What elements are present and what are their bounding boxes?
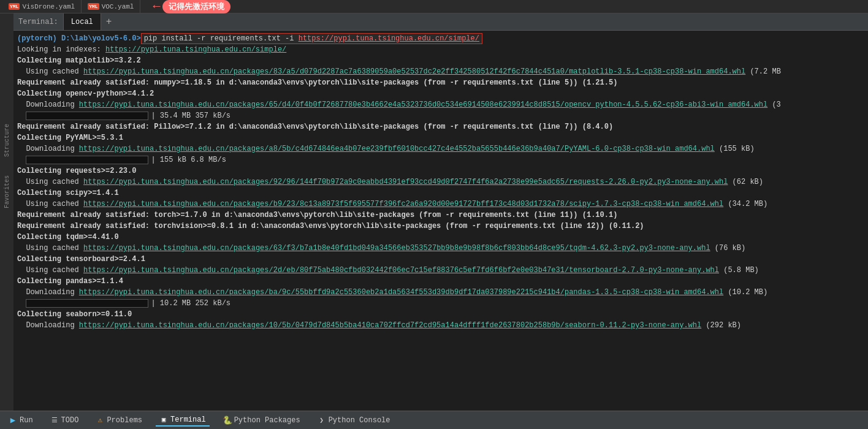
terminal-line: Collecting matplotlib>=3.2.2	[17, 55, 864, 66]
terminal-line: Requirement already satisfied: torchvisi…	[17, 221, 864, 232]
indent-prefix: Downloading	[17, 145, 79, 153]
problems-button[interactable]: ⚠ Problems	[92, 415, 146, 426]
plain-line: Collecting scipy>=1.4.1	[17, 189, 119, 197]
plain-line: Collecting matplotlib>=3.2.2	[17, 56, 141, 65]
terminal-tab-local[interactable]: Local	[63, 13, 101, 30]
todo-icon: ☰	[50, 416, 59, 425]
terminal-line: Collecting scipy>=1.4.1	[17, 188, 864, 199]
plain-line: Requirement already satisfied: Pillow>=7…	[17, 123, 613, 131]
terminal-line: Requirement already satisfied: Pillow>=7…	[17, 121, 864, 132]
annotation-bubble: 记得先激活环境	[162, 0, 230, 13]
indent-prefix: Downloading	[17, 288, 79, 297]
todo-button[interactable]: ☰ TODO	[47, 415, 83, 426]
side-favorites-label[interactable]: Favorites	[4, 175, 10, 208]
run-button[interactable]: ▶ Run	[5, 415, 37, 426]
terminal-line: Downloading https://pypi.tuna.tsinghua.e…	[17, 287, 864, 298]
line-text: Looking in indexes:	[17, 45, 105, 54]
indent-suffix: (62 kB)	[728, 178, 763, 186]
package-link[interactable]: https://pypi.tuna.tsinghua.edu.cn/packag…	[83, 266, 719, 275]
python-packages-icon: 🐍	[223, 416, 232, 425]
file-tab-visdrone[interactable]: YML VisDrone.yaml	[2, 0, 82, 13]
terminal-line: Using cached https://pypi.tuna.tsinghua.…	[17, 199, 864, 210]
plain-line: Collecting pandas>=1.1.4	[17, 277, 123, 286]
terminal-line: | 10.2 MB 252 kB/s	[17, 298, 864, 309]
run-label: Run	[20, 416, 33, 425]
terminal-line: Collecting requests>=2.23.0	[17, 165, 864, 177]
terminal-line: Using cached https://pypi.tuna.tsinghua.…	[17, 243, 864, 254]
run-icon: ▶	[9, 416, 17, 425]
plain-line: Collecting seaborn>=0.11.0	[17, 310, 132, 319]
terminal-icon: ▣	[159, 416, 168, 424]
terminal-body[interactable]: (pytorch) D:\lab\yolov5-6.0>pip install …	[13, 31, 868, 411]
terminal-button[interactable]: ▣ Terminal	[156, 414, 210, 427]
terminal-line: | 35.4 MB 357 kB/s	[17, 110, 864, 121]
file-tab-visdrone-label: VisDrone.yaml	[22, 3, 75, 10]
file-tabs-bar: YML VisDrone.yaml YML VOC.yaml ← 记得先激活环境	[0, 0, 868, 13]
indent-prefix: Using cached	[17, 266, 83, 275]
indent-prefix: Downloading	[17, 321, 79, 330]
indent-prefix: Downloading	[17, 101, 79, 109]
terminal-line: (pytorch) D:\lab\yolov5-6.0>pip install …	[17, 33, 864, 44]
file-tab-voc[interactable]: YML VOC.yaml	[82, 0, 140, 13]
indent-suffix: (3	[767, 101, 781, 109]
terminal-line: Collecting opencv-python>=4.1.2	[17, 88, 864, 99]
package-link[interactable]: https://pypi.tuna.tsinghua.edu.cn/packag…	[79, 145, 715, 153]
plain-line: Collecting PyYAML>=5.3.1	[17, 134, 123, 142]
indent-suffix: (155 kB)	[715, 145, 755, 153]
indent-suffix: (76 kB)	[710, 244, 746, 252]
terminal-tab-local-label: Local	[71, 18, 93, 26]
plain-line: Requirement already satisfied: numpy>=1.…	[17, 78, 617, 87]
python-console-button[interactable]: ❯ Python Console	[314, 415, 394, 426]
progress-bracket	[17, 156, 26, 164]
indent-suffix: (292 kB)	[701, 321, 741, 330]
terminal-tabs-bar: Terminal: Local +	[13, 13, 868, 31]
bottom-toolbar: ▶ Run ☰ TODO ⚠ Problems ▣ Terminal 🐍 Pyt…	[0, 411, 868, 429]
package-link[interactable]: https://pypi.tuna.tsinghua.edu.cn/packag…	[83, 244, 710, 252]
command-link[interactable]: https://pypi.tuna.tsinghua.edu.cn/simple…	[299, 34, 479, 43]
prompt: (pytorch) D:\lab\yolov5-6.0>	[17, 34, 141, 43]
terminal-line: | 155 kB 6.8 MB/s	[17, 154, 864, 165]
progress-bracket	[17, 299, 26, 308]
package-link[interactable]: https://pypi.tuna.tsinghua.edu.cn/packag…	[83, 178, 728, 186]
package-link[interactable]: https://pypi.tuna.tsinghua.edu.cn/packag…	[83, 200, 723, 208]
yaml-icon-voc: YML	[88, 3, 99, 10]
terminal-line: Collecting PyYAML>=5.3.1	[17, 132, 864, 143]
python-packages-label: Python Packages	[234, 416, 300, 425]
file-tab-voc-label: VOC.yaml	[102, 3, 134, 10]
package-link[interactable]: https://pypi.tuna.tsinghua.edu.cn/packag…	[83, 67, 745, 76]
package-link[interactable]: https://pypi.tuna.tsinghua.edu.cn/packag…	[79, 288, 723, 297]
terminal-line: Collecting tensorboard>=2.4.1	[17, 254, 864, 265]
terminal-line: Using cached https://pypi.tuna.tsinghua.…	[17, 265, 864, 276]
package-link[interactable]: https://pypi.tuna.tsinghua.edu.cn/packag…	[79, 101, 767, 109]
terminal-line: Downloading https://pypi.tuna.tsinghua.e…	[17, 320, 864, 331]
plain-line: Collecting requests>=2.23.0	[17, 167, 136, 175]
plain-line: Collecting tensorboard>=2.4.1	[17, 255, 145, 264]
side-strip: Structure Favorites	[0, 13, 13, 411]
indent-prefix: Using cached	[17, 67, 83, 76]
indent-suffix: (5.8 MB)	[719, 266, 759, 275]
progress-bar	[26, 156, 148, 164]
python-console-icon: ❯	[318, 416, 326, 425]
terminal-line: Requirement already satisfied: torch>=1.…	[17, 210, 864, 221]
terminal-line: Collecting tqdm>=4.41.0	[17, 232, 864, 243]
new-terminal-button[interactable]: +	[101, 13, 117, 30]
main-content: Structure Favorites Terminal: Local + (p…	[0, 13, 868, 411]
plain-line: Collecting tqdm>=4.41.0	[17, 233, 119, 241]
progress-size: | 35.4 MB 357 kB/s	[151, 112, 230, 120]
progress-bar	[26, 299, 148, 308]
python-packages-button[interactable]: 🐍 Python Packages	[219, 415, 304, 426]
package-link[interactable]: https://pypi.tuna.tsinghua.edu.cn/packag…	[79, 321, 701, 330]
side-structure-label[interactable]: Structure	[4, 124, 10, 157]
terminal-bottom-label: Terminal	[170, 416, 206, 424]
indent-prefix: Using cached	[17, 244, 83, 252]
annotation-arrow-icon: ←	[153, 0, 160, 13]
problems-label: Problems	[107, 416, 142, 425]
progress-size: | 10.2 MB 252 kB/s	[151, 299, 230, 308]
python-console-label: Python Console	[329, 416, 390, 425]
indent-prefix: Using cached	[17, 200, 83, 208]
progress-size: | 155 kB 6.8 MB/s	[151, 156, 226, 164]
progress-bar	[26, 112, 148, 120]
plain-line: Requirement already satisfied: torchvisi…	[17, 222, 644, 230]
index-link[interactable]: https://pypi.tuna.tsinghua.edu.cn/simple…	[105, 45, 286, 54]
terminal-line: Using cached https://pypi.tuna.tsinghua.…	[17, 177, 864, 188]
